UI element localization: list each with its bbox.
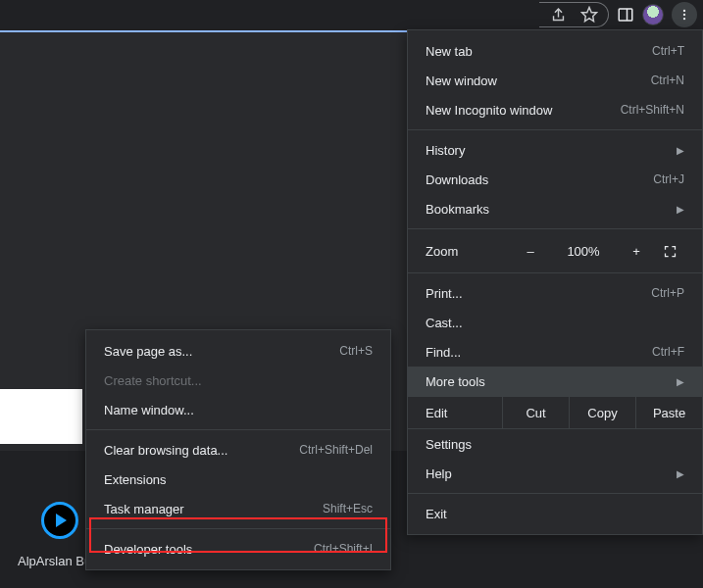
menu-label: Cast... (426, 316, 463, 330)
edit-cut[interactable]: Cut (502, 397, 569, 428)
svg-marker-0 (582, 8, 597, 22)
menu-new-window[interactable]: New windowCtrl+N (408, 66, 702, 95)
menu-separator (408, 129, 702, 130)
menu-label: New tab (426, 44, 473, 59)
chevron-right-icon: ▶ (669, 376, 684, 387)
zoom-label: Zoom (426, 244, 504, 259)
zoom-value: 100% (557, 244, 610, 259)
menu-downloads[interactable]: DownloadsCtrl+J (408, 165, 702, 194)
chevron-right-icon: ▶ (669, 145, 684, 156)
menu-label: Print... (426, 286, 463, 301)
menu-separator (86, 429, 390, 430)
chevron-right-icon: ▶ (669, 468, 684, 479)
submenu-name-window[interactable]: Name window... (86, 395, 390, 424)
edit-paste[interactable]: Paste (635, 397, 702, 428)
menu-label: Create shortcut... (104, 373, 202, 388)
zoom-in-button[interactable]: + (610, 244, 663, 259)
shortcut: Ctrl+F (652, 345, 684, 359)
shortcut: Ctrl+N (651, 74, 684, 87)
submenu-save-page[interactable]: Save page as...Ctrl+S (86, 336, 390, 366)
fullscreen-icon[interactable] (663, 244, 690, 259)
menu-edit-row: Edit Cut Copy Paste (408, 396, 702, 429)
svg-point-3 (683, 10, 685, 12)
menu-label: Settings (426, 437, 472, 452)
menu-label: Developer tools (104, 542, 192, 557)
video-thumbnail-play-icon[interactable] (41, 502, 78, 539)
menu-find[interactable]: Find...Ctrl+F (408, 337, 702, 367)
star-icon[interactable] (580, 6, 598, 24)
menu-exit[interactable]: Exit (408, 499, 702, 528)
submenu-developer-tools[interactable]: Developer toolsCtrl+Shift+I (86, 534, 390, 564)
shortcut: Ctrl+J (653, 172, 684, 186)
menu-separator (86, 528, 390, 529)
menu-separator (408, 272, 702, 273)
menu-bookmarks[interactable]: Bookmarks▶ (408, 194, 702, 223)
chrome-main-menu: New tabCtrl+T New windowCtrl+N New Incog… (407, 29, 703, 535)
more-menu-button[interactable] (672, 2, 697, 27)
shortcut: Ctrl+Shift+N (621, 103, 684, 117)
shortcut: Ctrl+T (652, 44, 684, 58)
svg-rect-1 (619, 9, 632, 21)
shortcut: Ctrl+Shift+I (314, 542, 373, 556)
more-tools-submenu: Save page as...Ctrl+S Create shortcut...… (85, 329, 391, 570)
menu-label: Clear browsing data... (104, 443, 227, 458)
menu-label: New Incognito window (426, 103, 552, 118)
svg-point-5 (683, 18, 685, 20)
menu-history[interactable]: History▶ (408, 135, 702, 165)
profile-avatar[interactable] (642, 4, 664, 25)
menu-label: Find... (426, 345, 461, 360)
shortcut: Ctrl+Shift+Del (299, 443, 373, 457)
shortcut: Shift+Esc (323, 502, 373, 515)
side-panel-icon[interactable] (617, 6, 634, 24)
submenu-clear-browsing-data[interactable]: Clear browsing data...Ctrl+Shift+Del (86, 435, 390, 465)
submenu-task-manager[interactable]: Task managerShift+Esc (86, 494, 390, 523)
menu-new-incognito[interactable]: New Incognito windowCtrl+Shift+N (408, 95, 702, 124)
menu-separator (408, 493, 702, 494)
shortcut: Ctrl+P (651, 286, 684, 300)
menu-label: Help (426, 466, 452, 481)
menu-help[interactable]: Help▶ (408, 459, 702, 488)
share-icon[interactable] (549, 6, 567, 24)
chevron-right-icon: ▶ (669, 204, 684, 215)
submenu-extensions[interactable]: Extensions (86, 465, 390, 494)
menu-settings[interactable]: Settings (408, 429, 702, 459)
browser-toolbar (0, 0, 703, 29)
menu-print[interactable]: Print...Ctrl+P (408, 278, 702, 308)
shortcut: Ctrl+S (339, 344, 373, 358)
edit-copy[interactable]: Copy (569, 397, 635, 428)
menu-label: More tools (426, 374, 485, 389)
menu-cast[interactable]: Cast... (408, 308, 702, 337)
menu-label: New window (426, 74, 497, 88)
menu-new-tab[interactable]: New tabCtrl+T (408, 36, 702, 66)
edit-label: Edit (408, 406, 502, 420)
page-white-region (0, 389, 82, 444)
menu-separator (408, 228, 702, 229)
zoom-out-button[interactable]: – (504, 244, 557, 259)
omnibox-actions (539, 2, 609, 27)
svg-point-4 (683, 14, 685, 16)
menu-label: Exit (426, 507, 447, 521)
menu-label: Downloads (426, 172, 488, 187)
menu-label: Save page as... (104, 344, 192, 359)
menu-more-tools[interactable]: More tools▶ (408, 367, 702, 396)
submenu-create-shortcut: Create shortcut... (86, 366, 390, 395)
menu-label: Task manager (104, 502, 184, 516)
menu-label: Extensions (104, 472, 167, 487)
menu-label: Bookmarks (426, 202, 489, 217)
menu-zoom-row: Zoom – 100% + (408, 234, 702, 268)
menu-label: History (426, 143, 465, 158)
menu-label: Name window... (104, 403, 194, 417)
